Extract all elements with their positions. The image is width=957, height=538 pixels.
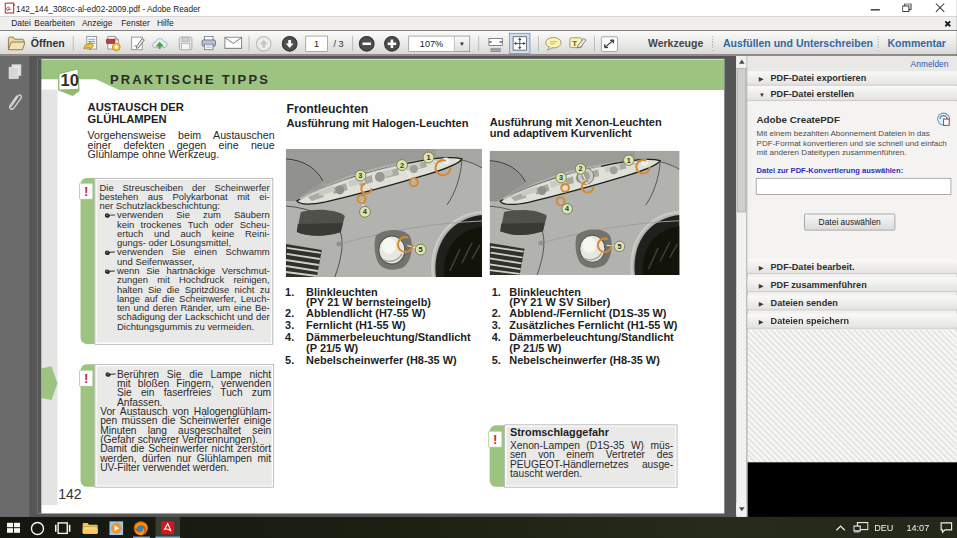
svg-text:4: 4 xyxy=(565,204,569,213)
svg-text:T: T xyxy=(572,39,577,48)
svg-text:5: 5 xyxy=(419,245,423,254)
svg-text:1: 1 xyxy=(627,156,631,165)
svg-text:2: 2 xyxy=(578,164,582,173)
svg-text:3: 3 xyxy=(358,171,362,180)
svg-text:5: 5 xyxy=(618,242,622,251)
svg-text:2: 2 xyxy=(400,161,404,170)
svg-text:1: 1 xyxy=(426,153,430,162)
svg-text:10: 10 xyxy=(61,72,79,90)
svg-text:DE: DE xyxy=(855,530,861,533)
svg-text:3: 3 xyxy=(559,173,563,182)
